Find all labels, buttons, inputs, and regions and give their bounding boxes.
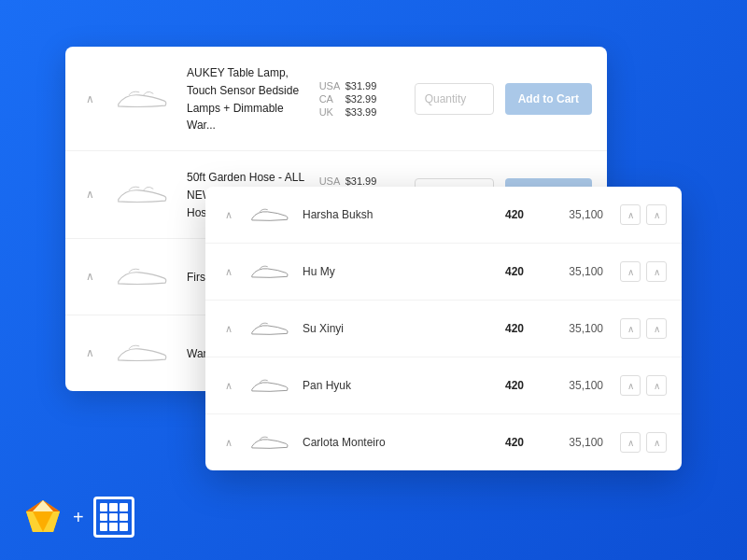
data-count: 420 <box>491 265 538 278</box>
chevron-up-icon[interactable]: ∧ <box>220 266 237 278</box>
data-actions: ∧ ∧ <box>620 375 667 396</box>
chevron-up-icon[interactable]: ∧ <box>220 209 237 221</box>
chevron-up-icon[interactable]: ∧ <box>80 270 99 283</box>
action-chevron-button[interactable]: ∧ <box>646 432 667 453</box>
data-thumb <box>247 200 293 230</box>
data-actions: ∧ ∧ <box>620 318 667 339</box>
data-count: 420 <box>491 436 538 449</box>
action-chevron-button[interactable]: ∧ <box>646 261 667 282</box>
product-image-3 <box>110 256 176 298</box>
add-to-cart-button-1[interactable]: Add to Cart <box>505 83 592 115</box>
action-up-button[interactable]: ∧ <box>620 204 641 225</box>
data-person-name: Carlota Monteiro <box>303 436 482 449</box>
data-thumb <box>247 257 293 287</box>
chevron-up-icon[interactable]: ∧ <box>80 92 99 105</box>
data-actions: ∧ ∧ <box>620 261 667 282</box>
pricing-row: CA $32.99 <box>319 93 403 105</box>
data-count: 420 <box>491 322 538 335</box>
bottom-logos: + <box>22 497 134 538</box>
grid-icon <box>93 497 134 538</box>
data-row: ∧ Hu My 420 35,100 ∧ ∧ <box>205 244 682 301</box>
action-up-button[interactable]: ∧ <box>620 261 641 282</box>
data-card: ∧ Harsha Buksh 420 35,100 ∧ ∧ ∧ Hu My 42… <box>205 187 682 470</box>
plus-separator: + <box>73 507 84 528</box>
chevron-up-icon[interactable]: ∧ <box>220 323 237 335</box>
product-row: ∧ AUKEY Table Lamp, Touch Sensor Bedside… <box>65 47 607 151</box>
action-up-button[interactable]: ∧ <box>620 318 641 339</box>
action-up-button[interactable]: ∧ <box>620 432 641 453</box>
data-row: ∧ Carlota Monteiro 420 35,100 ∧ ∧ <box>205 414 682 470</box>
data-thumb <box>247 427 293 457</box>
data-person-name: Harsha Buksh <box>303 208 482 221</box>
data-actions: ∧ ∧ <box>620 204 667 225</box>
data-count: 420 <box>491 208 538 221</box>
data-thumb <box>247 371 293 400</box>
chevron-up-icon[interactable]: ∧ <box>220 437 237 449</box>
data-number: 35,100 <box>547 379 603 392</box>
product-info-1: AUKEY Table Lamp, Touch Sensor Bedside L… <box>187 63 308 133</box>
data-number: 35,100 <box>547 208 603 221</box>
action-chevron-button[interactable]: ∧ <box>646 318 667 339</box>
action-chevron-button[interactable]: ∧ <box>646 375 667 396</box>
action-chevron-button[interactable]: ∧ <box>646 204 667 225</box>
data-row: ∧ Pan Hyuk 420 35,100 ∧ ∧ <box>205 357 682 414</box>
data-row: ∧ Su Xinyi 420 35,100 ∧ ∧ <box>205 301 682 357</box>
chevron-up-icon[interactable]: ∧ <box>80 346 99 359</box>
pricing-row: USA $31.99 <box>319 80 403 91</box>
action-up-button[interactable]: ∧ <box>620 375 641 396</box>
data-number: 35,100 <box>547 436 603 449</box>
data-person-name: Hu My <box>303 265 482 278</box>
data-thumb <box>247 314 293 343</box>
product-image-2 <box>110 174 176 216</box>
chevron-up-icon[interactable]: ∧ <box>80 188 99 201</box>
product-name-1: AUKEY Table Lamp, Touch Sensor Bedside L… <box>187 66 299 132</box>
quantity-input-1[interactable] <box>415 83 494 115</box>
data-row: ∧ Harsha Buksh 420 35,100 ∧ ∧ <box>205 187 682 244</box>
data-number: 35,100 <box>547 265 603 278</box>
pricing-col-1: USA $31.99 CA $32.99 UK $33.99 <box>319 80 403 118</box>
sketch-logo-icon <box>22 497 63 538</box>
product-image-1 <box>110 77 176 119</box>
data-count: 420 <box>491 379 538 392</box>
data-person-name: Su Xinyi <box>303 322 482 335</box>
chevron-up-icon[interactable]: ∧ <box>220 380 237 392</box>
data-actions: ∧ ∧ <box>620 432 667 453</box>
data-number: 35,100 <box>547 322 603 335</box>
product-image-4 <box>110 332 176 374</box>
data-person-name: Pan Hyuk <box>303 379 482 392</box>
pricing-row: UK $33.99 <box>319 106 403 118</box>
